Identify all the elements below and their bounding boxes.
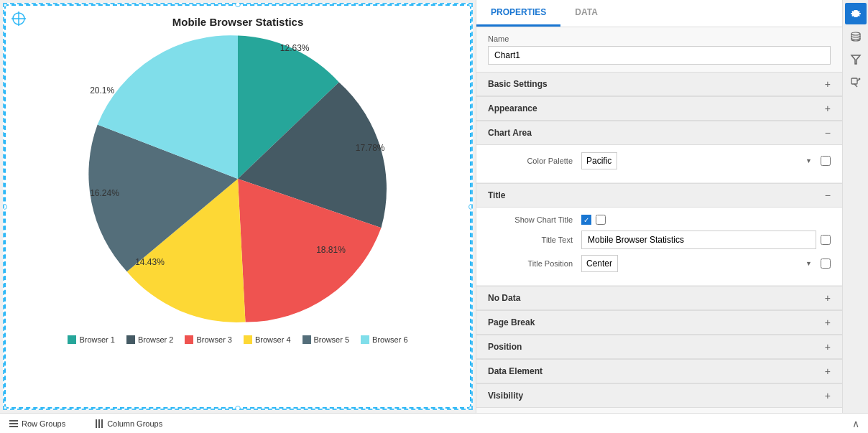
sidebar-database-icon[interactable] — [845, 26, 867, 47]
label-browser2: 17.78% — [356, 143, 385, 153]
chart-title: Mobile Browser Statistics — [4, 4, 471, 28]
svg-rect-10 — [98, 419, 100, 428]
name-field-group: Name — [476, 27, 842, 72]
title-position-select-wrapper: Center Left Right — [581, 255, 816, 272]
show-chart-title-label: Show Chart Title — [488, 215, 581, 224]
show-chart-title-checked[interactable]: ✓ — [581, 215, 591, 225]
appearance-header[interactable]: Appearance + — [476, 96, 842, 121]
chart-labels: 12.63% 17.78% 18.81% 14.43% 16.24% 20.1% — [87, 28, 389, 330]
legend-browser2: Browser 2 — [126, 335, 174, 344]
label-browser3: 18.81% — [316, 245, 346, 255]
legend-browser3: Browser 3 — [185, 335, 232, 344]
svg-rect-5 — [851, 78, 857, 84]
title-text-input[interactable] — [581, 231, 816, 249]
title-position-row: Title Position Center Left Right — [488, 255, 831, 272]
position-header[interactable]: Position + — [476, 335, 842, 359]
legend-color-browser6 — [361, 335, 369, 344]
legend-browser6: Browser 6 — [361, 335, 408, 344]
title-position-control: Center Left Right — [581, 255, 831, 272]
data-element-header[interactable]: Data Element + — [476, 359, 842, 383]
title-text-checkbox[interactable] — [821, 235, 831, 245]
no-data-header[interactable]: No Data + — [476, 286, 842, 310]
chart-area-body: Color Palette Pacific — [476, 145, 842, 183]
legend-browser5: Browser 5 — [303, 335, 350, 344]
title-position-checkbox[interactable] — [821, 259, 831, 269]
page-break-header[interactable]: Page Break + — [476, 310, 842, 335]
svg-rect-7 — [9, 423, 18, 424]
svg-point-3 — [851, 32, 860, 35]
appearance-toggle: + — [825, 103, 831, 114]
tab-properties[interactable]: PROPERTIES — [476, 0, 560, 27]
color-palette-row: Color Palette Pacific — [488, 152, 831, 169]
column-groups-label: Column Groups — [107, 419, 162, 428]
chart-area-title: Chart Area — [488, 128, 532, 138]
title-body: Show Chart Title ✓ Title Text Title Posi… — [476, 208, 842, 286]
row-groups-item[interactable]: Row Groups — [9, 419, 65, 429]
visibility-title: Visibility — [488, 391, 523, 401]
no-data-title: No Data — [488, 293, 520, 303]
title-text-row: Title Text — [488, 231, 831, 249]
title-header[interactable]: Title − — [476, 183, 842, 208]
color-palette-select[interactable]: Pacific — [581, 152, 617, 169]
chart-area-header[interactable]: Chart Area − — [476, 121, 842, 145]
row-groups-label: Row Groups — [22, 419, 65, 428]
title-text-control — [581, 231, 831, 249]
show-chart-title-control: ✓ — [581, 215, 831, 225]
legend-color-browser4 — [244, 335, 252, 344]
name-label: Name — [488, 34, 831, 43]
svg-rect-9 — [96, 419, 97, 428]
color-palette-label: Color Palette — [488, 157, 581, 165]
color-palette-checkbox[interactable] — [821, 156, 831, 166]
page-break-title: Page Break — [488, 317, 535, 327]
position-toggle: + — [825, 341, 831, 353]
title-section-title: Title — [488, 190, 505, 200]
sidebar-icons — [842, 0, 868, 413]
show-chart-title-extra-checkbox[interactable] — [596, 215, 606, 225]
chart-legend: Browser 1 Browser 2 Browser 3 Browser 4 … — [4, 330, 471, 347]
column-groups-item[interactable]: Column Groups — [94, 419, 162, 429]
color-palette-control: Pacific — [581, 152, 831, 169]
data-element-title: Data Element — [488, 366, 542, 376]
basic-settings-toggle: + — [825, 78, 831, 90]
collapse-arrow[interactable]: ∧ — [852, 418, 859, 429]
sidebar-edit-icon[interactable] — [845, 72, 867, 93]
page-break-toggle: + — [825, 317, 831, 328]
legend-color-browser5 — [303, 335, 311, 344]
svg-rect-6 — [9, 420, 18, 422]
svg-rect-8 — [9, 426, 18, 427]
legend-color-browser1 — [68, 335, 76, 344]
title-position-label: Title Position — [488, 259, 581, 268]
sidebar-gear-icon[interactable] — [845, 3, 867, 24]
appearance-title: Appearance — [488, 103, 537, 113]
visibility-header[interactable]: Visibility + — [476, 383, 842, 408]
panel-body: Name Basic Settings + Appearance + Chart… — [476, 27, 842, 413]
properties-panel: PROPERTIES DATA Name Basic Settings + Ap… — [476, 0, 842, 413]
legend-color-browser2 — [126, 335, 135, 344]
row-groups-icon — [9, 419, 19, 429]
title-position-select[interactable]: Center Left Right — [581, 255, 618, 272]
svg-rect-11 — [101, 419, 103, 428]
legend-browser4: Browser 4 — [244, 335, 291, 344]
label-browser4: 14.43% — [135, 257, 165, 267]
no-data-toggle: + — [825, 292, 831, 304]
label-browser6: 20.1% — [90, 85, 114, 96]
svg-marker-4 — [851, 55, 860, 64]
basic-settings-title: Basic Settings — [488, 79, 548, 89]
tab-data[interactable]: DATA — [560, 0, 612, 27]
basic-settings-header[interactable]: Basic Settings + — [476, 72, 842, 96]
label-browser5: 16.24% — [90, 188, 119, 198]
show-chart-title-row: Show Chart Title ✓ — [488, 215, 831, 225]
position-title: Position — [488, 342, 522, 352]
data-element-toggle: + — [825, 366, 831, 377]
color-palette-select-wrapper: Pacific — [581, 152, 816, 169]
panel-tabs: PROPERTIES DATA — [476, 0, 842, 27]
name-input[interactable] — [488, 46, 831, 65]
legend-color-browser3 — [185, 335, 193, 344]
title-toggle: − — [825, 190, 831, 201]
chart-panel: Mobile Browser Statistics — [3, 3, 473, 410]
sidebar-filter-icon[interactable] — [845, 49, 867, 70]
visibility-toggle: + — [825, 390, 831, 401]
legend-browser1: Browser 1 — [68, 335, 115, 344]
chart-area-toggle: − — [825, 127, 831, 139]
label-browser1: 12.63% — [280, 43, 310, 53]
